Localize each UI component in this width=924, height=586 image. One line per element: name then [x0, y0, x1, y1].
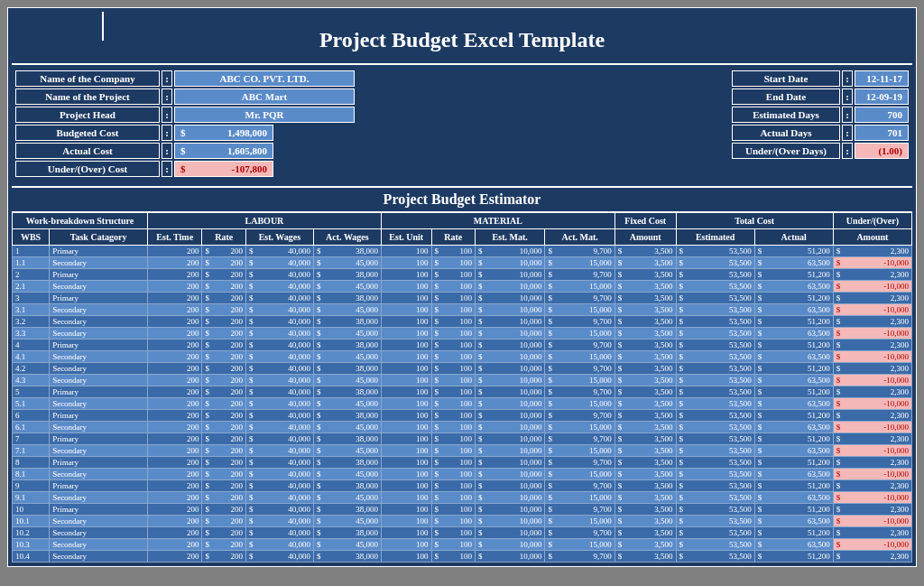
cell: $53,500 — [676, 469, 754, 480]
info-label: Project Head — [15, 107, 160, 123]
cell: $15,000 — [545, 469, 614, 480]
table-row: 3Primary200$200$40,000$38,000100$100$10,… — [13, 293, 912, 304]
cell: $10,000 — [475, 422, 544, 433]
cell: $200 — [202, 316, 245, 328]
cell: $40,000 — [245, 351, 313, 363]
cell: $53,500 — [676, 363, 754, 375]
info-label: Actual Days — [732, 125, 840, 141]
table-row: 3.3Secondary200$200$40,000$45,000100$100… — [13, 328, 912, 340]
cell: $10,000 — [475, 293, 544, 304]
cell: 4.3 — [13, 375, 50, 386]
cell: 100 — [381, 445, 431, 457]
cell: $10,000 — [475, 504, 544, 516]
cell: $15,000 — [545, 539, 614, 551]
cell: $53,500 — [676, 539, 754, 551]
spreadsheet: Project Budget Excel Template Name of th… — [7, 7, 917, 567]
colon: : — [162, 70, 172, 87]
info-label: Budgeted Cost — [15, 125, 160, 141]
cell: $10,000 — [475, 269, 544, 281]
cell: $38,000 — [313, 527, 381, 539]
cell: $40,000 — [245, 469, 313, 480]
cell: $10,000 — [475, 433, 544, 445]
cell: $45,000 — [313, 469, 381, 480]
cell: $51,200 — [754, 246, 833, 257]
cell: $-10,000 — [833, 445, 911, 457]
cell: $38,000 — [313, 410, 381, 422]
cell: $2,300 — [833, 246, 911, 257]
cell: 10.1 — [13, 516, 50, 527]
cell: $100 — [431, 457, 475, 469]
cell: 4.1 — [13, 351, 50, 363]
cell: $200 — [202, 445, 245, 457]
cell: 100 — [381, 433, 431, 445]
section-title: Project Budget Estimator — [12, 186, 912, 212]
cell: $100 — [431, 422, 475, 433]
cell: $53,500 — [676, 293, 754, 304]
cell: Secondary — [50, 363, 148, 375]
cell: 200 — [148, 398, 202, 410]
cell: $15,000 — [545, 281, 614, 293]
cell: $40,000 — [245, 480, 313, 492]
cell: $45,000 — [313, 304, 381, 316]
group-header: Work-breakdown Structure — [13, 213, 148, 229]
cell: $15,000 — [545, 516, 614, 527]
info-label: Actual Cost — [15, 143, 160, 159]
cell: $-10,000 — [833, 469, 911, 480]
cell: 100 — [381, 539, 431, 551]
cell: $38,000 — [313, 340, 381, 351]
cell: Primary — [50, 293, 148, 304]
cell: $10,000 — [475, 257, 544, 269]
cell: $40,000 — [245, 398, 313, 410]
cell: $15,000 — [545, 445, 614, 457]
cell: $100 — [431, 410, 475, 422]
cell: 4 — [13, 340, 50, 351]
cell: 9 — [13, 480, 50, 492]
colon: : — [162, 107, 172, 123]
cell: $200 — [202, 269, 245, 281]
cell: 10.3 — [13, 539, 50, 551]
cell: $200 — [202, 469, 245, 480]
cell: $9,700 — [545, 504, 614, 516]
cell: 100 — [381, 469, 431, 480]
cell: $15,000 — [545, 422, 614, 433]
table-row: 4.1Secondary200$200$40,000$45,000100$100… — [13, 351, 912, 363]
cell: $45,000 — [313, 398, 381, 410]
cell: 100 — [381, 504, 431, 516]
info-row: Under/(Over Days):(1.00) — [732, 143, 909, 159]
colon: : — [162, 88, 172, 105]
cell: Secondary — [50, 422, 148, 433]
cell: $51,200 — [754, 504, 833, 516]
cell: $200 — [202, 398, 245, 410]
cell: $2,300 — [833, 433, 911, 445]
colon: : — [842, 107, 853, 123]
table-body: 1Primary200$200$40,000$38,000100$100$10,… — [13, 246, 912, 563]
cell: $10,000 — [475, 527, 544, 539]
table-row: 3.2Secondary200$200$40,000$38,000100$100… — [13, 316, 912, 328]
info-label: Estimated Days — [732, 107, 840, 123]
info-value: $1,498,000 — [174, 125, 273, 141]
cell: $53,500 — [676, 492, 754, 504]
info-row: Under/(Over) Cost:$-107,800 — [15, 161, 355, 177]
cell: 100 — [381, 457, 431, 469]
cell: $3,500 — [614, 340, 676, 351]
cell: $51,200 — [754, 410, 833, 422]
cell: $10,000 — [475, 386, 544, 398]
cell: $10,000 — [475, 410, 544, 422]
cell: $100 — [431, 539, 475, 551]
info-value: ABC Mart — [174, 88, 355, 105]
cell: 100 — [381, 340, 431, 351]
cell: $3,500 — [614, 269, 676, 281]
cell: $3,500 — [614, 328, 676, 340]
cell: $38,000 — [313, 480, 381, 492]
cell: $100 — [431, 269, 475, 281]
info-left: Name of the Company:ABC CO. PVT. LTD.Nam… — [15, 70, 355, 177]
cell: $40,000 — [245, 375, 313, 386]
info-label: Name of the Project — [15, 88, 160, 105]
cell: $63,500 — [754, 469, 833, 480]
page-title: Project Budget Excel Template — [12, 12, 912, 65]
cell: 5.1 — [13, 398, 50, 410]
info-label: Under/(Over Days) — [732, 143, 840, 159]
cell: Secondary — [50, 328, 148, 340]
cell: $38,000 — [313, 363, 381, 375]
cell: $53,500 — [676, 398, 754, 410]
